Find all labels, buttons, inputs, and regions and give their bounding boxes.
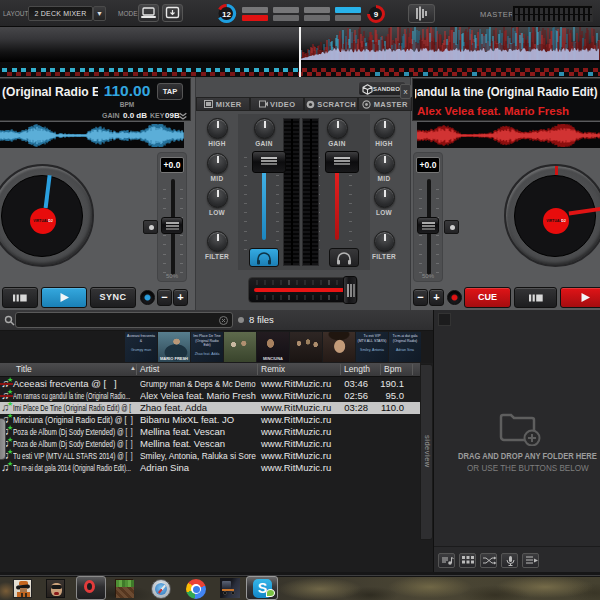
svg-text:12: 12: [222, 10, 231, 19]
svg-text:9: 9: [374, 10, 379, 19]
